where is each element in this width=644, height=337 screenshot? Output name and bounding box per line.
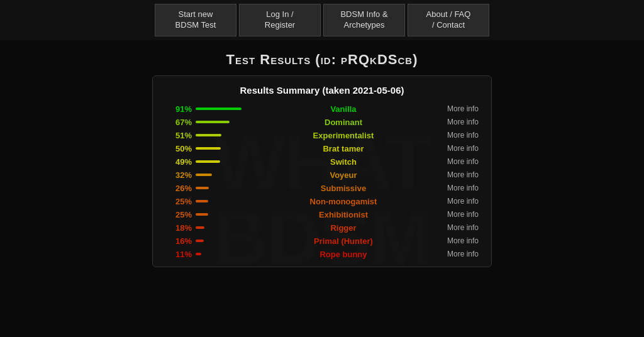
result-more-info-9[interactable]: More info — [435, 223, 479, 232]
result-label: Vanilla — [252, 104, 435, 114]
results-summary-title: Results Summary (taken 2021-05-06) — [165, 85, 479, 96]
result-more-info-7[interactable]: More info — [435, 197, 479, 206]
result-more-info-10[interactable]: More info — [435, 236, 479, 245]
result-pct: 67% — [165, 118, 196, 127]
result-pct: 26% — [165, 184, 196, 193]
result-more-info-6[interactable]: More info — [435, 184, 479, 192]
result-bar-container — [196, 238, 252, 243]
results-rows-container: 91% Vanilla More info 67% Dominant More … — [165, 104, 479, 259]
result-label: Primal (Hunter) — [252, 236, 435, 246]
result-label: Switch — [252, 157, 435, 167]
nav-btn-login[interactable]: Log In / Register — [239, 4, 321, 36]
result-bar-container — [196, 106, 252, 111]
result-row: 26% Submissive More info — [165, 184, 479, 193]
result-bar — [196, 108, 242, 110]
result-bar — [196, 213, 208, 216]
result-bar-container — [196, 119, 252, 124]
results-card: Results Summary (taken 2021-05-06) 91% V… — [152, 75, 492, 267]
result-bar — [196, 187, 209, 189]
result-label: Rope bunny — [252, 250, 435, 259]
result-bar — [196, 121, 230, 123]
result-label: Dominant — [252, 118, 435, 127]
result-more-info-4[interactable]: More info — [435, 157, 479, 166]
result-more-info-8[interactable]: More info — [435, 210, 479, 219]
result-label: Experimentalist — [252, 131, 435, 140]
result-row: 32% Voyeur More info — [165, 170, 479, 180]
nav-btn-about[interactable]: About / FAQ / Contact — [408, 4, 489, 36]
result-bar-container — [196, 172, 252, 177]
result-pct: 50% — [165, 144, 196, 153]
nav-btn-bdsm-info[interactable]: BDSM Info & Archetypes — [323, 4, 405, 36]
result-label: Exhibitionist — [252, 210, 435, 219]
result-bar-container — [196, 146, 252, 151]
result-row: 25% Non-monogamist More info — [165, 197, 479, 206]
result-pct: 16% — [165, 236, 196, 246]
result-bar — [196, 147, 221, 150]
result-row: 91% Vanilla More info — [165, 104, 479, 114]
result-pct: 51% — [165, 131, 196, 140]
result-pct: 25% — [165, 210, 196, 219]
result-label: Submissive — [252, 184, 435, 193]
result-bar-container — [196, 159, 252, 164]
result-bar — [196, 240, 204, 242]
result-bar — [196, 226, 204, 229]
result-bar-container — [196, 225, 252, 230]
result-bar-container — [196, 212, 252, 217]
result-label: Brat tamer — [252, 144, 435, 153]
result-pct: 25% — [165, 197, 196, 206]
result-bar-container — [196, 251, 252, 257]
result-bar-container — [196, 185, 252, 191]
result-row: 49% Switch More info — [165, 157, 479, 167]
result-row: 18% Rigger More info — [165, 223, 479, 233]
result-pct: 11% — [165, 250, 196, 259]
result-bar — [196, 160, 220, 163]
result-row: 25% Exhibitionist More info — [165, 210, 479, 219]
result-more-info-3[interactable]: More info — [435, 144, 479, 153]
result-bar — [196, 200, 208, 202]
result-bar-container — [196, 133, 252, 138]
result-bar-container — [196, 199, 252, 204]
result-more-info-0[interactable]: More info — [435, 104, 479, 113]
result-label: Rigger — [252, 223, 435, 233]
result-bar — [196, 174, 212, 176]
result-more-info-1[interactable]: More info — [435, 118, 479, 126]
result-row: 16% Primal (Hunter) More info — [165, 236, 479, 246]
result-pct: 91% — [165, 104, 196, 114]
result-more-info-2[interactable]: More info — [435, 131, 479, 140]
result-more-info-11[interactable]: More info — [435, 250, 479, 258]
result-pct: 18% — [165, 223, 196, 233]
page-title: Test Results (id: pRQkDScb) — [0, 52, 644, 68]
result-row: 50% Brat tamer More info — [165, 144, 479, 153]
nav-btn-start-new[interactable]: Start new BDSM Test — [155, 4, 236, 36]
result-row: 11% Rope bunny More info — [165, 250, 479, 259]
result-bar — [196, 253, 201, 255]
result-bar — [196, 134, 221, 136]
result-more-info-5[interactable]: More info — [435, 170, 479, 179]
result-pct: 32% — [165, 170, 196, 180]
result-row: 51% Experimentalist More info — [165, 131, 479, 140]
result-label: Voyeur — [252, 170, 435, 180]
top-nav: Start new BDSM TestLog In / RegisterBDSM… — [0, 0, 644, 40]
result-row: 67% Dominant More info — [165, 118, 479, 127]
result-label: Non-monogamist — [252, 197, 435, 206]
page-title-area: Test Results (id: pRQkDScb) — [0, 40, 644, 75]
result-pct: 49% — [165, 157, 196, 167]
